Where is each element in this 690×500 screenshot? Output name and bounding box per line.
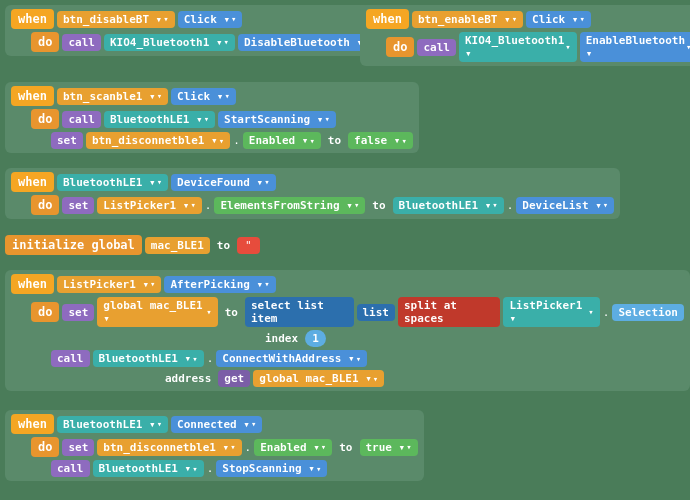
bt-le1-dropdown-2[interactable]: BluetoothLE1 ▾ [57, 174, 168, 191]
dot-separator-3: . [507, 199, 514, 212]
group-after-picking: when ListPicker1 ▾ AfterPicking ▾ do set… [5, 270, 690, 391]
do-keyword-6: do [31, 302, 59, 322]
btn-enable-bt-dropdown[interactable]: btn_enableBT ▾ [412, 11, 523, 28]
to-label-7: to [335, 439, 356, 456]
device-found-event[interactable]: DeviceFound ▾ [171, 174, 276, 191]
do-keyword-2: do [386, 37, 414, 57]
dot-separator-5: . [207, 352, 214, 365]
index-value[interactable]: 1 [305, 330, 326, 347]
global-mac-ble1-var[interactable]: global mac_BLE1 ▾ [97, 297, 217, 327]
set-label-7: set [62, 439, 94, 456]
btn-disable-bt-dropdown[interactable]: btn_disableBT ▾ [57, 11, 175, 28]
start-scanning-method[interactable]: StartScanning ▾ [218, 111, 336, 128]
elements-from-string-prop[interactable]: ElementsFromString ▾ [214, 197, 365, 214]
call-label-2: call [417, 39, 456, 56]
set-label-6: set [62, 304, 94, 321]
empty-string-value[interactable]: " [237, 237, 260, 254]
when-keyword-4: when [11, 172, 54, 192]
call-label-6: call [51, 350, 90, 367]
bt-le1-conn-dropdown[interactable]: BluetoothLE1 ▾ [93, 350, 204, 367]
global-mac-ble1-addr[interactable]: global mac_BLE1 ▾ [253, 370, 384, 387]
when-keyword-2: when [366, 9, 409, 29]
set-label-4: set [62, 197, 94, 214]
connect-with-address-method[interactable]: ConnectWithAddress ▾ [216, 350, 367, 367]
true-value[interactable]: true ▾ [360, 439, 418, 456]
click-event-2[interactable]: Click ▾ [526, 11, 591, 28]
call-label-1: call [62, 34, 101, 51]
group-connected: when BluetoothLE1 ▾ Connected ▾ do set b… [5, 410, 424, 481]
selection-prop[interactable]: Selection [612, 304, 684, 321]
kio4-bt1-dropdown-1[interactable]: KIO4_Bluetooth1 ▾ [104, 34, 235, 51]
when-keyword-3: when [11, 86, 54, 106]
dot-separator-7: . [207, 462, 214, 475]
to-label-5: to [213, 237, 234, 254]
bt-le1-dropdown-1[interactable]: BluetoothLE1 ▾ [104, 111, 215, 128]
group-enable-bt: when btn_enableBT ▾ Click ▾ do call KIO4… [360, 5, 690, 66]
after-picking-event[interactable]: AfterPicking ▾ [164, 276, 275, 293]
listpicker1-sel-dropdown[interactable]: ListPicker1 ▾ [503, 297, 599, 327]
enabled-prop-1[interactable]: Enabled ▾ [243, 132, 321, 149]
connected-event[interactable]: Connected ▾ [171, 416, 262, 433]
listpicker1-dropdown-2[interactable]: ListPicker1 ▾ [57, 276, 162, 293]
enable-bt-method[interactable]: EnableBluetooth ▾ [580, 32, 690, 62]
mac-ble1-var[interactable]: mac_BLE1 [145, 237, 210, 254]
dot-separator-4: . [603, 306, 610, 319]
split-at-spaces-block[interactable]: split at spaces [398, 297, 500, 327]
to-label-6: to [221, 304, 242, 321]
bt-le1-dropdown-3[interactable]: BluetoothLE1 ▾ [393, 197, 504, 214]
disable-bt-method[interactable]: DisableBluetooth ▾ [238, 34, 376, 51]
do-keyword-4: do [31, 195, 59, 215]
kio4-bt1-dropdown-2[interactable]: KIO4_Bluetooth1 ▾ [459, 32, 577, 62]
dot-separator-6: . [245, 441, 252, 454]
bt-le1-dropdown-4[interactable]: BluetoothLE1 ▾ [57, 416, 168, 433]
dot-separator-2: . [205, 199, 212, 212]
btn-scan-dropdown[interactable]: btn_scanble1 ▾ [57, 88, 168, 105]
address-label: address [161, 370, 215, 387]
when-keyword-7: when [11, 414, 54, 434]
false-value-1[interactable]: false ▾ [348, 132, 413, 149]
do-keyword-3: do [31, 109, 59, 129]
group-init-global: initialize global mac_BLE1 to " [5, 235, 260, 255]
do-keyword-1: do [31, 32, 59, 52]
get-label: get [218, 370, 250, 387]
set-label-3: set [51, 132, 83, 149]
click-event-1[interactable]: Click ▾ [178, 11, 243, 28]
when-keyword-6: when [11, 274, 54, 294]
listpicker1-dropdown[interactable]: ListPicker1 ▾ [97, 197, 202, 214]
dot-separator-1: . [233, 134, 240, 147]
list-label: list [357, 304, 396, 321]
device-list-prop[interactable]: DeviceList ▾ [516, 197, 614, 214]
when-keyword-1: when [11, 9, 54, 29]
stop-scanning-method[interactable]: StopScanning ▾ [216, 460, 327, 477]
index-label: index [261, 330, 302, 347]
btn-disconn-dropdown-1[interactable]: btn_disconnetble1 ▾ [86, 132, 230, 149]
group-scan: when btn_scanble1 ▾ Click ▾ do call Blue… [5, 82, 419, 153]
to-label-3: to [324, 132, 345, 149]
to-label-4: to [368, 197, 389, 214]
btn-disconn-dropdown-2[interactable]: btn_disconnetble1 ▾ [97, 439, 241, 456]
call-label-3: call [62, 111, 101, 128]
call-label-7: call [51, 460, 90, 477]
group-device-found: when BluetoothLE1 ▾ DeviceFound ▾ do set… [5, 168, 620, 219]
group-disable-bt: when btn_disableBT ▾ Click ▾ do call KIO… [5, 5, 382, 56]
enabled-prop-2[interactable]: Enabled ▾ [254, 439, 332, 456]
select-list-item-block[interactable]: select list item [245, 297, 354, 327]
bt-le1-dropdown-5[interactable]: BluetoothLE1 ▾ [93, 460, 204, 477]
click-event-3[interactable]: Click ▾ [171, 88, 236, 105]
do-keyword-7: do [31, 437, 59, 457]
initialize-label: initialize global [5, 235, 142, 255]
